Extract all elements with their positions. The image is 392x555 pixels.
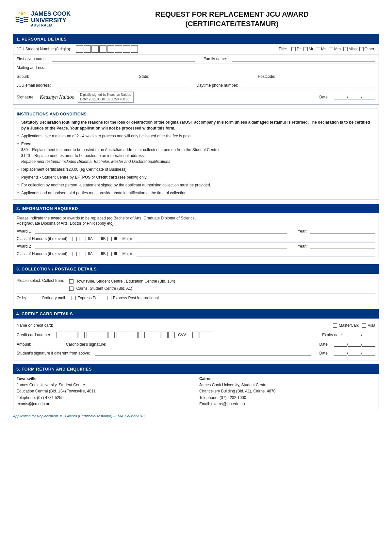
award2-year-field[interactable] <box>310 244 375 249</box>
section-2: 2. INFORMATION REQUIRED Please indicate … <box>13 204 379 260</box>
section-1-body: JCU Student Number (8 digits): Title: Dr… <box>13 44 379 105</box>
logo-text: JAMES COOK UNIVERSITY AUSTRALIA <box>31 11 71 28</box>
award2-field[interactable] <box>35 244 287 249</box>
award1-year-field[interactable] <box>310 229 375 234</box>
cardholder-sig-field[interactable] <box>111 342 311 347</box>
title-ms[interactable]: Ms <box>316 47 326 51</box>
card-name-field[interactable] <box>55 323 328 328</box>
honours1-I[interactable] <box>73 237 77 241</box>
state-field[interactable] <box>155 74 249 79</box>
section-1-header: 1. PERSONAL DETAILS <box>13 34 379 44</box>
honours2-IIB[interactable] <box>95 252 99 256</box>
student-number-row: JCU Student Number (8 digits): Title: Dr… <box>13 44 379 55</box>
name-row: First given name: Family name: <box>13 55 379 63</box>
award1-field[interactable] <box>35 229 287 234</box>
state-label: State: <box>139 74 149 79</box>
signature-label: Signature: <box>17 95 35 99</box>
cc-number-row: Credit card number: CVV: <box>17 330 375 340</box>
honours2-I[interactable] <box>73 252 77 256</box>
honours1-IIB[interactable] <box>95 237 99 241</box>
section-2-header: 2. INFORMATION REQUIRED <box>13 204 379 213</box>
section-4-body: Name on credit card: MasterCard Visa Cre… <box>13 319 379 360</box>
page-title-area: REQUEST FOR REPLACEMENT JCU AWARD (CERTI… <box>85 10 379 28</box>
logo-name: JAMES COOK <box>31 11 71 17</box>
cairns-col: Cairns James Cook University, Student Ce… <box>199 376 375 407</box>
logo-country: AUSTRALIA <box>31 24 71 27</box>
instruction-item-3: Fees: $80 – Replacement testamur to be p… <box>17 140 375 165</box>
digit-box-7[interactable] <box>123 45 130 53</box>
postcode-field[interactable] <box>281 74 375 79</box>
title-other[interactable]: Other: <box>359 47 375 51</box>
section-5: 5. FORM RETURN AND ENQUIRIES Townsville … <box>13 364 379 410</box>
instruction-item-4: Replacement certificates: $20.00 (eg Cer… <box>17 165 375 173</box>
digit-box-5[interactable] <box>107 45 114 53</box>
instruction-item-2: Applications take a minimum of 2 - 4 wee… <box>17 132 375 140</box>
mastercard-option[interactable]: MasterCard <box>333 323 359 328</box>
digit-box-2[interactable] <box>84 45 91 53</box>
section-4: 4. CREDIT CARD DETAILS Name on credit ca… <box>13 309 379 360</box>
cvv-boxes[interactable] <box>192 332 213 338</box>
section-5-header: 5. FORM RETURN AND ENQUIRIES <box>13 364 379 374</box>
award1-row: Award 1 Year: <box>17 228 375 235</box>
title-miss[interactable]: Miss <box>343 47 357 51</box>
title-label: Title: <box>279 47 287 51</box>
section-2-body: Please indicate the award or awards to b… <box>13 213 379 260</box>
title-dr[interactable]: Dr <box>291 47 301 51</box>
honours2-III[interactable] <box>107 252 112 256</box>
instructions-body: INSTRUCTIONS AND CONDITIONS Statutory De… <box>13 109 379 200</box>
first-name-label: First given name: <box>17 57 47 61</box>
ordinary-mail-option[interactable]: Ordinary mail <box>36 296 65 300</box>
section-3: 3. COLLECTION / POSTAGE DETAILS Please s… <box>13 264 379 305</box>
express-post-option[interactable]: Express Post <box>72 296 101 300</box>
mailing-row: Mailing address: <box>13 63 379 72</box>
email-label: JCU email address: <box>17 83 51 88</box>
email-field[interactable] <box>56 83 188 88</box>
section-5-body: Townsville James Cook University, Studen… <box>13 374 379 410</box>
amount-field[interactable] <box>37 342 63 347</box>
suburb-label: Suburb: <box>17 74 30 79</box>
email-row: JCU email address: Daytime phone number: <box>13 81 379 90</box>
digit-box-3[interactable] <box>91 45 99 53</box>
collect-townsville[interactable]: Townsville, Student Centre , Education C… <box>69 278 175 285</box>
digit-box-1[interactable] <box>76 45 83 53</box>
student-sig-field[interactable] <box>95 351 311 356</box>
honours1-III[interactable] <box>107 237 112 241</box>
digit-box-8[interactable] <box>131 45 138 53</box>
section-3-header: 3. COLLECTION / POSTAGE DETAILS <box>13 264 379 274</box>
digit-box-4[interactable] <box>99 45 106 53</box>
page-title: REQUEST FOR REPLACEMENT JCU AWARD (CERTI… <box>85 10 379 28</box>
honours2-IIA[interactable] <box>82 252 86 256</box>
collect-from-row: Please select: Collect from: Townsville,… <box>17 276 375 294</box>
family-name-field[interactable] <box>232 56 375 61</box>
section5-grid: Townsville James Cook University, Studen… <box>17 376 375 407</box>
logo-name2: UNIVERSITY <box>31 17 71 24</box>
student-number-label: JCU Student Number (8 digits): <box>17 47 71 51</box>
honours1-major-field[interactable] <box>137 236 375 241</box>
postcode-label: Postcode: <box>258 74 275 79</box>
instructions-section: INSTRUCTIONS AND CONDITIONS Statutory De… <box>13 109 379 200</box>
section-3-body: Please select: Collect from: Townsville,… <box>13 274 379 305</box>
mailing-field[interactable] <box>47 65 375 70</box>
instruction-item-6: For collection by another person, a stat… <box>17 181 375 189</box>
title-mr[interactable]: Mr <box>303 47 313 51</box>
honours1-row: Class of Honours (if relevant): I IIA II… <box>17 235 375 243</box>
section2-intro2: Postgraduate Diploma of Arts, Doctor of … <box>17 221 375 226</box>
collect-cairns[interactable]: Cairns, Student Centre (Bld. A1) <box>69 285 175 292</box>
postage-row: Or by: Ordinary mail Express Post Expres… <box>17 294 375 302</box>
suburb-field[interactable] <box>36 74 130 79</box>
footer-note: Application for Replacement JCU Award (C… <box>13 414 379 418</box>
cc-number-boxes[interactable] <box>57 332 175 338</box>
page-header: JAMES COOK UNIVERSITY AUSTRALIA REQUEST … <box>13 10 379 28</box>
student-number-boxes[interactable] <box>76 45 138 53</box>
first-name-field[interactable] <box>52 56 195 61</box>
honours2-major-field[interactable] <box>137 251 375 256</box>
phone-field[interactable] <box>243 83 375 88</box>
visa-option[interactable]: Visa <box>362 323 375 328</box>
award2-row: Award 2 Year: <box>17 243 375 250</box>
mailing-label: Mailing address: <box>17 65 45 70</box>
express-post-international-option[interactable]: Express Post International <box>107 296 159 300</box>
amount-row: Amount: Cardholder's signature: Date: __… <box>17 340 375 349</box>
digit-box-6[interactable] <box>115 45 122 53</box>
title-mrs[interactable]: Mrs <box>329 47 341 51</box>
honours1-IIA[interactable] <box>82 237 86 241</box>
